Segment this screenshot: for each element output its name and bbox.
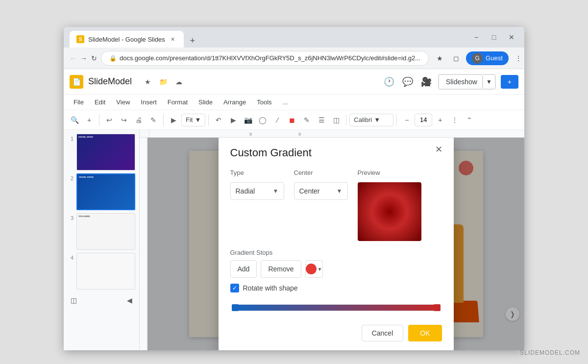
slide-thumb-4: 4 xyxy=(68,253,135,290)
fill-tool[interactable]: ◼ xyxy=(285,113,299,127)
print-tool[interactable]: 🖨 xyxy=(132,113,146,127)
menu-slide[interactable]: Slide xyxy=(194,97,218,108)
color-swatch-arrow: ▼ xyxy=(318,267,322,272)
redo-tool[interactable]: ↪ xyxy=(117,113,131,127)
forward-button[interactable]: → xyxy=(80,51,87,65)
watermark: SLIDEMODEL.COM xyxy=(520,349,580,356)
slide-image-3[interactable]: TITLE HERE xyxy=(76,213,135,250)
tab-search-button[interactable]: ◻ xyxy=(449,51,463,65)
menu-arrange[interactable]: Arrange xyxy=(219,97,251,108)
select-tool[interactable]: ▶ xyxy=(226,113,240,127)
folder-icon-btn[interactable]: 📁 xyxy=(156,75,170,89)
add-stop-button[interactable]: Add xyxy=(230,260,257,278)
slide-image-4[interactable] xyxy=(76,253,135,290)
image-tool[interactable]: 📷 xyxy=(241,113,255,127)
back-button[interactable]: ← xyxy=(70,51,76,65)
type-col: Type Radial ▼ xyxy=(230,169,284,200)
toolbar-divider-4 xyxy=(346,114,346,126)
rotate-checkbox[interactable]: ✓ xyxy=(230,284,239,292)
shape-tool[interactable]: ◯ xyxy=(256,113,270,127)
new-tab-button[interactable]: + xyxy=(186,34,199,48)
menu-edit[interactable]: Edit xyxy=(90,97,110,108)
menu-more[interactable]: ... xyxy=(278,97,293,108)
zoom-fit-down[interactable]: ▶ xyxy=(167,113,180,127)
paint-tool[interactable]: ✎ xyxy=(147,113,160,127)
table-tool[interactable]: ◫ xyxy=(329,113,343,127)
menu-format[interactable]: Format xyxy=(163,97,193,108)
menu-button[interactable]: ⋮ xyxy=(512,51,524,65)
minimize-button[interactable]: − xyxy=(469,30,483,44)
more-tool[interactable]: ⋮ xyxy=(448,113,462,127)
gradient-preview xyxy=(358,182,421,241)
ruler-corner xyxy=(140,130,149,138)
menu-view[interactable]: View xyxy=(111,97,135,108)
slider-handle-right[interactable] xyxy=(434,304,441,311)
rotate-checkbox-row: ✓ Rotate with shape xyxy=(230,284,442,292)
center-col: Center Center ▼ xyxy=(294,169,348,200)
line-tool[interactable]: ∕ xyxy=(270,113,284,127)
history-icon-btn[interactable]: 🕐 xyxy=(382,75,396,89)
slide-image-1[interactable]: DIGITAL DIVIDE xyxy=(76,134,135,170)
slideshow-button[interactable]: Slideshow xyxy=(439,74,483,89)
center-select[interactable]: Center ▼ xyxy=(294,182,348,200)
font-size-input[interactable] xyxy=(415,114,432,126)
mini-title-1: DIGITAL DIVIDE xyxy=(78,136,133,138)
toolbar-divider-3 xyxy=(208,114,209,126)
collapse-panel-btn[interactable]: ◀ xyxy=(123,294,135,306)
mini-title-2: DIGITAL DIVIDE xyxy=(79,176,133,178)
address-input[interactable]: 🔒 docs.google.com/presentation/d/1tt7KHl… xyxy=(101,51,429,66)
center-value: Center xyxy=(299,187,320,195)
slide-num-3: 3 xyxy=(68,215,74,221)
ok-button[interactable]: OK xyxy=(408,325,441,341)
search-tool[interactable]: 🔍 xyxy=(68,113,81,127)
undo-tool[interactable]: ↩ xyxy=(102,113,116,127)
collab-button[interactable]: + xyxy=(501,75,518,89)
active-tab[interactable]: S SlideModel - Google Slides ✕ xyxy=(70,31,184,48)
remove-stop-button[interactable]: Remove xyxy=(261,260,301,278)
gradient-slider-track xyxy=(235,304,437,311)
menu-file[interactable]: File xyxy=(69,97,89,108)
svg-text:8: 8 xyxy=(249,132,252,137)
svg-text:9: 9 xyxy=(298,132,301,137)
insert-tool[interactable]: + xyxy=(82,113,96,127)
type-value: Radial xyxy=(236,187,255,195)
color-swatch-button[interactable]: ▼ xyxy=(305,260,323,278)
dialog-type-row: Type Radial ▼ Center xyxy=(230,169,442,241)
bookmark-button[interactable]: ★ xyxy=(433,51,446,65)
type-select[interactable]: Radial ▼ xyxy=(230,182,284,200)
rotate-label: Rotate with shape xyxy=(243,284,298,292)
tab-close-button[interactable]: ✕ xyxy=(169,35,177,43)
slide-thumb-3: 3 TITLE HERE xyxy=(68,213,135,250)
comments-icon-btn[interactable]: 💬 xyxy=(401,75,415,89)
menu-insert[interactable]: Insert xyxy=(136,97,162,108)
present-icon-btn[interactable]: 🎥 xyxy=(419,75,433,89)
dialog-close-button[interactable]: ✕ xyxy=(432,143,446,156)
slide-image-2[interactable]: DIGITAL DIVIDE xyxy=(76,173,135,210)
font-size-plus[interactable]: + xyxy=(433,113,447,127)
menu-tools[interactable]: Tools xyxy=(252,97,276,108)
close-button[interactable]: ✕ xyxy=(505,30,518,44)
cancel-button[interactable]: Cancel xyxy=(362,325,404,341)
font-size-minus[interactable]: − xyxy=(400,113,414,127)
maximize-button[interactable]: □ xyxy=(487,30,501,44)
guest-label: Guest xyxy=(486,54,503,62)
slider-handle-left[interactable] xyxy=(232,304,239,311)
gradient-stops-row: Add Remove ▼ xyxy=(230,260,442,278)
profile-button[interactable]: G Guest xyxy=(466,51,509,65)
custom-gradient-dialog: Custom Gradient ✕ Type Radial ▼ xyxy=(219,138,454,350)
align-tool[interactable]: ☰ xyxy=(315,113,328,127)
slides-logo: 📄 xyxy=(70,75,83,89)
zoom-selector[interactable]: Fit ▼ xyxy=(181,114,205,126)
slide-mini-content-1: DIGITAL DIVIDE xyxy=(77,134,135,170)
cloud-icon-btn[interactable]: ☁ xyxy=(172,75,186,89)
font-selector[interactable]: Calibri ▼ xyxy=(349,114,393,126)
grid-view-btn[interactable]: ◫ xyxy=(68,294,79,306)
collapse-tool[interactable]: ⌃ xyxy=(463,113,476,127)
reload-button[interactable]: ↻ xyxy=(91,51,97,65)
pen-tool[interactable]: ✎ xyxy=(300,113,314,127)
avatar: G xyxy=(472,53,483,64)
star-icon-btn[interactable]: ★ xyxy=(141,75,154,89)
slideshow-dropdown-button[interactable]: ▼ xyxy=(483,74,495,89)
title-bar: S SlideModel - Google Slides ✕ + − □ ✕ xyxy=(64,27,524,48)
cursor-tool[interactable]: ↶ xyxy=(212,113,225,127)
